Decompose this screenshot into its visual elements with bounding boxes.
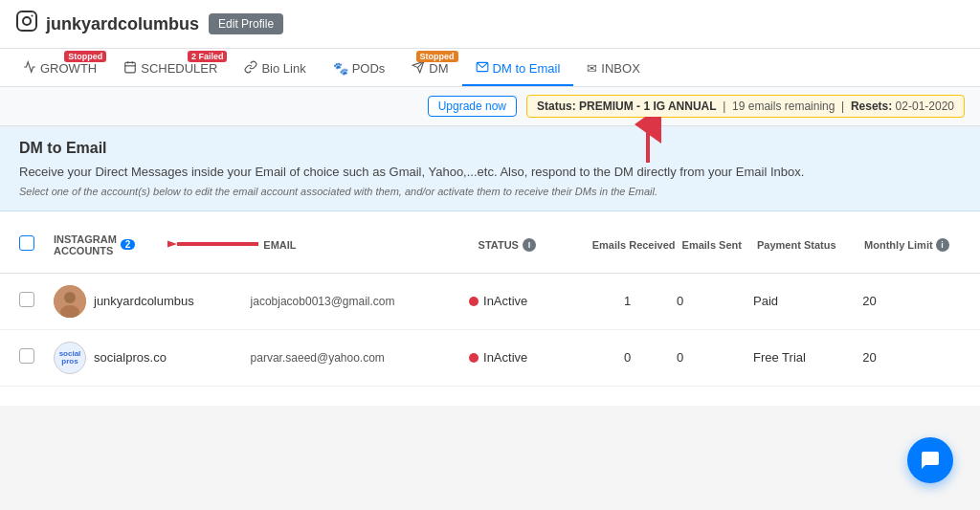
header-accounts: INSTAGRAM ACCOUNTS 2 bbox=[54, 225, 263, 265]
tab-growth-label: GROWTH bbox=[40, 61, 97, 76]
row2-checkbox-col bbox=[19, 348, 54, 366]
row1-checkbox-col bbox=[19, 292, 54, 310]
scheduler-icon bbox=[123, 60, 137, 77]
row1-monthly-limit: 20 bbox=[862, 294, 961, 308]
svg-rect-0 bbox=[17, 11, 36, 31]
tabs-bar: Stopped GROWTH 2 Failed SCHEDULER bbox=[0, 49, 980, 87]
tab-biolink-label: Bio Link bbox=[261, 61, 305, 76]
row1-payment-value: Paid bbox=[753, 294, 778, 308]
row2-emails-sent: 0 bbox=[677, 350, 753, 365]
row1-payment-status: Paid bbox=[753, 294, 862, 308]
info-description: Receive your Direct Messages inside your… bbox=[19, 163, 961, 182]
status-info-icon[interactable]: i bbox=[523, 238, 536, 252]
header-emails-sent: Emails Sent bbox=[682, 239, 757, 251]
row2-account-name: socialpros.co bbox=[94, 350, 167, 365]
row2-payment-status: Free Trial bbox=[753, 350, 862, 365]
row2-emails-sent-value: 0 bbox=[677, 350, 683, 365]
upgrade-button[interactable]: Upgrade now bbox=[428, 96, 517, 117]
header-email-label: EMAIL bbox=[263, 239, 296, 251]
page-container: junkyardcolumbus Edit Profile Stopped GR… bbox=[0, 0, 980, 510]
row2-status-label: InActive bbox=[483, 350, 527, 365]
row1-checkbox[interactable] bbox=[19, 292, 34, 307]
row1-account-name: junkyardcolumbus bbox=[94, 294, 194, 308]
status-label: Status: bbox=[537, 100, 576, 113]
header-monthly-limit: Monthly Limit i bbox=[864, 238, 961, 252]
header-monthly-label: Monthly Limit bbox=[864, 239, 933, 251]
status-bar: Upgrade now Status: PREMIUM - 1 IG ANNUA… bbox=[0, 87, 980, 126]
brand-name: junkyardcolumbus bbox=[46, 14, 199, 34]
status-info: Status: PREMIUM - 1 IG ANNUAL | 19 email… bbox=[526, 95, 965, 118]
tab-inbox[interactable]: ✉ INBOX bbox=[573, 50, 653, 85]
row2-monthly-limit: 20 bbox=[862, 350, 961, 365]
tab-dm-to-email[interactable]: DM to Email bbox=[462, 49, 574, 86]
row1-email: jacobjacob0013@gmail.com bbox=[251, 295, 469, 308]
pods-icon: 🐾 bbox=[333, 61, 348, 76]
header-emails-received-label: Emails Received bbox=[592, 239, 676, 251]
dm-icon bbox=[412, 60, 425, 77]
dm-to-email-icon bbox=[476, 60, 489, 77]
row2-checkbox[interactable] bbox=[19, 348, 34, 364]
row2-avatar: socialpros bbox=[54, 342, 86, 374]
svg-point-1 bbox=[23, 17, 31, 25]
arrow-left-annotation bbox=[167, 225, 263, 265]
monthly-info-icon[interactable]: i bbox=[936, 238, 949, 252]
tab-inbox-label: INBOX bbox=[601, 61, 639, 76]
info-title: DM to Email bbox=[19, 140, 961, 157]
header-accounts-label: INSTAGRAM ACCOUNTS bbox=[54, 233, 117, 256]
row2-account[interactable]: socialpros socialpros.co bbox=[54, 342, 251, 374]
row1-status: InActive bbox=[469, 294, 578, 308]
tab-pods-label: PODs bbox=[352, 61, 386, 76]
accounts-count: 2 bbox=[121, 239, 136, 250]
row2-status: InActive bbox=[469, 350, 578, 365]
row1-emails-sent: 0 bbox=[677, 294, 753, 308]
scheduler-badge: 2 Failed bbox=[188, 51, 228, 62]
row1-emails-received: 1 bbox=[578, 294, 677, 308]
header-status: STATUS i bbox=[479, 238, 586, 252]
accounts-table: INSTAGRAM ACCOUNTS 2 EMAIL bbox=[0, 211, 980, 406]
row1-account[interactable]: junkyardcolumbus bbox=[54, 285, 251, 318]
row2-monthly-value: 20 bbox=[862, 350, 876, 365]
biolink-icon bbox=[244, 60, 257, 77]
table-header-row: INSTAGRAM ACCOUNTS 2 EMAIL bbox=[0, 211, 980, 274]
header-checkbox-col bbox=[19, 235, 54, 254]
svg-point-2 bbox=[32, 15, 33, 17]
header-status-label: STATUS bbox=[479, 239, 519, 251]
header-payment-label: Payment Status bbox=[757, 239, 836, 251]
select-all-checkbox[interactable] bbox=[19, 235, 34, 251]
row1-email-value: jacobjacob0013@gmail.com bbox=[251, 295, 434, 308]
tab-dm[interactable]: Stopped DM bbox=[398, 49, 461, 86]
svg-rect-3 bbox=[125, 62, 136, 73]
svg-point-15 bbox=[64, 292, 76, 303]
tab-dm-to-email-label: DM to Email bbox=[493, 61, 561, 76]
row2-status-dot bbox=[469, 353, 479, 363]
chat-button[interactable] bbox=[907, 437, 953, 483]
row1-status-dot bbox=[469, 297, 479, 306]
table-row: junkyardcolumbus jacobjacob0013@gmail.co… bbox=[0, 274, 980, 330]
row2-payment-value: Free Trial bbox=[753, 350, 806, 365]
row2-email-value: parvar.saeed@yahoo.com bbox=[251, 351, 423, 365]
row2-email: parvar.saeed@yahoo.com bbox=[251, 351, 469, 365]
instagram-icon bbox=[15, 10, 38, 38]
tab-pods[interactable]: 🐾 PODs bbox=[320, 50, 399, 85]
header-email: EMAIL bbox=[263, 239, 478, 251]
emails-remaining: 19 emails remaining bbox=[732, 100, 835, 113]
resets-label: Resets: bbox=[851, 100, 892, 113]
row1-emails-received-value: 1 bbox=[624, 294, 631, 308]
growth-icon bbox=[23, 60, 36, 77]
row1-emails-sent-value: 0 bbox=[677, 294, 683, 308]
header-emails-sent-label: Emails Sent bbox=[682, 239, 742, 251]
edit-profile-button[interactable]: Edit Profile bbox=[209, 13, 283, 34]
table-row: socialpros socialpros.co parvar.saeed@ya… bbox=[0, 330, 980, 387]
status-plan: PREMIUM - 1 IG ANNUAL bbox=[579, 100, 717, 113]
row1-avatar bbox=[54, 285, 86, 318]
tab-dm-label: DM bbox=[429, 61, 448, 76]
row1-monthly-value: 20 bbox=[862, 294, 876, 308]
info-section: DM to Email Receive your Direct Messages… bbox=[0, 126, 980, 211]
tab-scheduler-label: SCHEDULER bbox=[141, 61, 217, 76]
growth-badge: Stopped bbox=[64, 51, 106, 62]
tab-biolink[interactable]: Bio Link bbox=[231, 49, 319, 86]
header-emails-received: Emails Received bbox=[586, 239, 682, 251]
tab-growth[interactable]: Stopped GROWTH bbox=[10, 49, 110, 86]
resets-date: 02-01-2020 bbox=[896, 100, 954, 113]
tab-scheduler[interactable]: 2 Failed SCHEDULER bbox=[110, 49, 231, 86]
